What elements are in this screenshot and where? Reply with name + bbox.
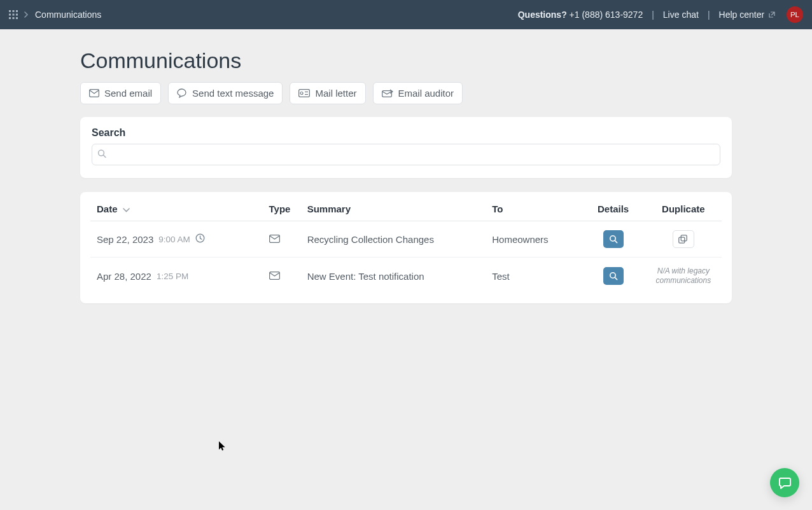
separator: | [708,10,710,20]
table-row: Sep 22, 2023 9:00 AM Recycling Collectio… [90,221,722,258]
row-summary: New Event: Test notification [301,258,486,295]
svg-rect-7 [13,17,15,19]
column-header-date[interactable]: Date [90,192,263,221]
row-time: 9:00 AM [158,235,190,244]
search-card: Search [80,117,732,178]
email-auditor-button[interactable]: Email auditor [373,82,463,104]
chevron-right-icon [24,10,29,20]
chat-launcher[interactable] [770,468,799,497]
row-date: Apr 28, 2022 [97,271,151,282]
chat-icon [778,476,792,490]
send-email-button[interactable]: Send email [80,82,161,104]
mouse-cursor [219,441,227,453]
envelope-icon [269,271,280,282]
live-chat-link[interactable]: Live chat [663,10,699,20]
svg-rect-1 [13,10,15,12]
svg-rect-6 [9,17,11,19]
svg-point-11 [300,92,303,95]
avatar[interactable]: PL [787,6,803,23]
row-to: Test [486,258,581,295]
svg-line-16 [103,155,106,158]
svg-rect-3 [9,14,11,16]
send-text-message-button[interactable]: Send text message [168,82,283,104]
envelope-open-icon [382,89,393,97]
table-row: Apr 28, 2022 1:25 PM New Event: Test not… [90,258,722,295]
search-input[interactable] [92,144,720,165]
row-to: Homeowners [486,221,581,258]
apps-grid-icon[interactable] [9,10,18,19]
column-header-to[interactable]: To [486,192,581,221]
svg-rect-5 [16,14,18,16]
svg-rect-4 [13,14,15,16]
envelope-icon [269,234,280,245]
page-title: Communications [80,48,732,73]
search-label: Search [92,127,720,139]
svg-rect-2 [16,10,18,12]
search-icon [609,272,618,280]
separator: | [652,10,654,20]
row-date: Sep 22, 2023 [97,234,153,245]
search-icon [609,235,618,244]
chat-bubble-icon [177,88,187,98]
action-toolbar: Send email Send text message Mail letter… [80,82,732,104]
details-button[interactable] [603,267,624,285]
mailbox-icon [298,89,310,97]
clock-icon [195,233,205,245]
column-header-type[interactable]: Type [263,192,301,221]
svg-line-20 [615,240,617,242]
mail-letter-button[interactable]: Mail letter [290,82,365,104]
details-button[interactable] [603,230,624,248]
svg-line-25 [615,277,617,279]
row-time: 1:25 PM [157,272,188,281]
column-header-summary[interactable]: Summary [301,192,486,221]
duplicate-not-available: N/A with legacy communications [652,266,715,286]
top-nav: Communications Questions? +1 (888) 613-9… [0,0,812,29]
svg-rect-22 [679,237,685,243]
svg-rect-21 [682,235,687,240]
svg-rect-8 [16,17,18,19]
chevron-down-icon [123,203,130,214]
support-phone: Questions? +1 (888) 613-9272 [518,10,643,20]
search-icon [97,149,106,160]
external-link-icon [769,10,775,20]
breadcrumb: Communications [35,10,101,20]
svg-rect-0 [9,10,11,12]
communications-table-card: Date Type Summary To Details Duplicate [80,192,732,303]
column-header-duplicate: Duplicate [645,192,722,221]
duplicate-button[interactable] [673,230,694,248]
column-header-details: Details [582,192,645,221]
help-center-link[interactable]: Help center [719,10,775,20]
copy-icon [678,235,688,244]
communications-table: Date Type Summary To Details Duplicate [90,192,722,294]
row-summary: Recycling Collection Changes [301,221,486,258]
envelope-icon [89,89,99,97]
